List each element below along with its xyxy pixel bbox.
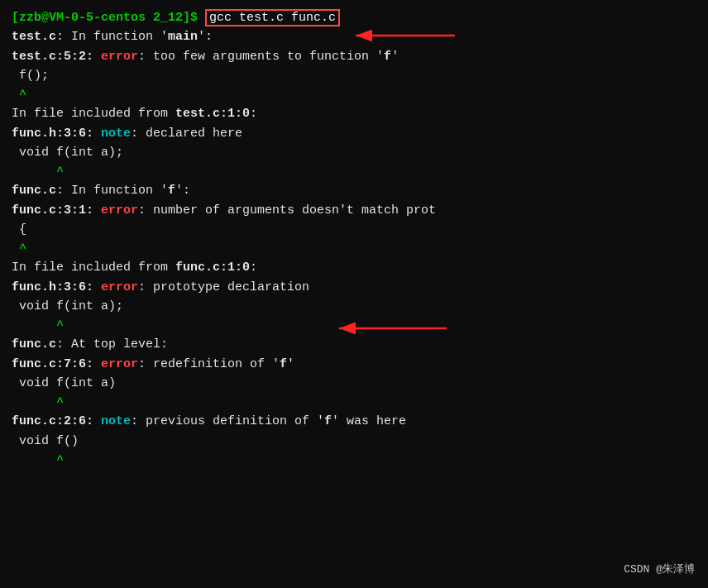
terminal-line-line20: ^	[12, 316, 696, 335]
terminal-line-line12: func.c: In function 'f':	[12, 181, 696, 200]
terminal-output: [zzb@VM-0-5-centos 2_12]$ gcc test.c fun…	[12, 8, 696, 470]
terminal-line-line17: In file included from func.c:1:0:	[12, 258, 696, 277]
terminal-line-line8: func.h:3:6: note: declared here	[12, 124, 696, 143]
terminal-line-line24: void f(int a)	[12, 374, 696, 393]
terminal-line-line2: test.c: In function 'main':	[12, 27, 696, 46]
terminal-line-line15: ^	[12, 239, 696, 258]
terminal-line-line18: func.h:3:6: error: prototype declaration	[12, 278, 696, 297]
terminal-line-line14: {	[12, 220, 696, 239]
terminal-line-line28: void f()	[12, 432, 696, 451]
terminal-line-line3: test.c:5:2: error: too few arguments to …	[12, 47, 696, 66]
terminal-line-line19: void f(int a);	[12, 297, 696, 316]
terminal-line-line9: void f(int a);	[12, 143, 696, 162]
terminal-line-line22: func.c: At top level:	[12, 335, 696, 354]
watermark: CSDN @朱泽博	[624, 562, 695, 578]
terminal-line-line25: ^	[12, 393, 696, 412]
terminal-line-line23: func.c:7:6: error: redefinition of 'f'	[12, 355, 696, 374]
terminal-line-line1: [zzb@VM-0-5-centos 2_12]$ gcc test.c fun…	[12, 8, 696, 27]
terminal-line-line13: func.c:3:1: error: number of arguments d…	[12, 201, 696, 220]
terminal-window: [zzb@VM-0-5-centos 2_12]$ gcc test.c fun…	[0, 0, 708, 588]
terminal-line-line4: f();	[12, 66, 696, 85]
terminal-line-line5: ^	[12, 85, 696, 104]
terminal-line-line29: ^	[12, 451, 696, 470]
terminal-line-line10: ^	[12, 162, 696, 181]
terminal-line-line7: In file included from test.c:1:0:	[12, 104, 696, 123]
terminal-line-line27: func.c:2:6: note: previous definition of…	[12, 412, 696, 431]
